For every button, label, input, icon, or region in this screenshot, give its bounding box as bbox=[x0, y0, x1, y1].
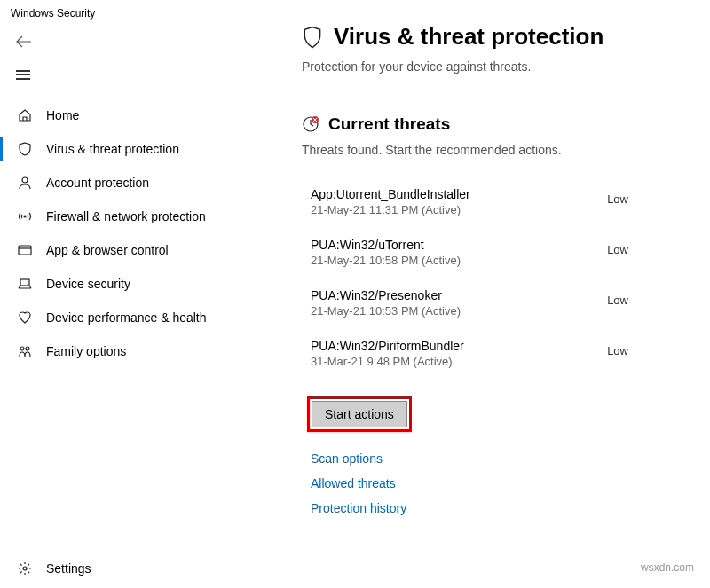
sidebar-item-family[interactable]: Family options bbox=[0, 334, 264, 368]
scan-options-link[interactable]: Scan options bbox=[311, 451, 673, 466]
app-title: Windows Security bbox=[0, 5, 264, 28]
sidebar-item-settings[interactable]: Settings bbox=[0, 549, 264, 588]
threat-item[interactable]: PUA:Win32/Presenoker 21-May-21 10:53 PM … bbox=[311, 288, 673, 318]
gear-icon bbox=[16, 561, 34, 576]
section-title: Current threats bbox=[328, 114, 450, 134]
heart-icon bbox=[16, 310, 34, 325]
svg-point-5 bbox=[26, 347, 29, 350]
sidebar-item-label: Firewall & network protection bbox=[46, 209, 206, 223]
svg-point-4 bbox=[20, 347, 24, 350]
sidebar-item-label: App & browser control bbox=[46, 243, 169, 257]
antenna-icon bbox=[16, 209, 34, 223]
threat-meta: 21-May-21 10:58 PM (Active) bbox=[311, 254, 461, 267]
svg-rect-2 bbox=[19, 246, 31, 255]
highlight-annotation: Start actions bbox=[307, 396, 412, 432]
threat-item[interactable]: App:Utorrent_BundleInstaller 21-May-21 1… bbox=[311, 187, 673, 216]
sidebar-item-label: Device security bbox=[46, 277, 130, 291]
svg-point-1 bbox=[24, 216, 26, 217]
browser-icon bbox=[16, 243, 34, 257]
sidebar-item-firewall[interactable]: Firewall & network protection bbox=[0, 200, 264, 233]
threats-list: App:Utorrent_BundleInstaller 21-May-21 1… bbox=[311, 187, 673, 368]
page-subtitle: Protection for your device against threa… bbox=[302, 59, 673, 74]
threat-name: PUA:Win32/PiriformBundler bbox=[311, 339, 464, 353]
threat-name: PUA:Win32/Presenoker bbox=[311, 288, 461, 302]
threat-severity: Low bbox=[607, 339, 628, 357]
main-content: Virus & threat protection Protection for… bbox=[264, 0, 710, 588]
allowed-threats-link[interactable]: Allowed threats bbox=[311, 476, 673, 490]
person-icon bbox=[16, 176, 34, 190]
threat-item[interactable]: PUA:Win32/uTorrent 21-May-21 10:58 PM (A… bbox=[311, 238, 673, 267]
home-icon bbox=[16, 108, 34, 122]
sidebar-item-label: Home bbox=[46, 108, 79, 122]
svg-point-6 bbox=[23, 567, 27, 570]
shield-icon bbox=[302, 26, 323, 49]
section-subtitle: Threats found. Start the recommended act… bbox=[302, 143, 673, 157]
threat-severity: Low bbox=[607, 238, 628, 256]
sidebar-item-account-protection[interactable]: Account protection bbox=[0, 166, 264, 200]
start-actions-button[interactable]: Start actions bbox=[312, 401, 407, 427]
page-header: Virus & threat protection bbox=[302, 23, 673, 51]
sidebar-item-label: Virus & threat protection bbox=[46, 142, 179, 156]
sidebar-item-label: Settings bbox=[46, 561, 91, 576]
back-button[interactable] bbox=[0, 28, 264, 59]
nav: Home Virus & threat protection Account p… bbox=[0, 98, 264, 550]
watermark: wsxdn.com bbox=[641, 561, 694, 574]
sidebar-item-label: Account protection bbox=[46, 176, 149, 190]
threat-severity: Low bbox=[607, 288, 628, 307]
threat-alert-icon bbox=[302, 115, 320, 133]
page-title: Virus & threat protection bbox=[334, 23, 604, 51]
hamburger-menu[interactable] bbox=[0, 59, 264, 98]
threat-meta: 21-May-21 11:31 PM (Active) bbox=[311, 203, 470, 216]
sidebar-item-device-security[interactable]: Device security bbox=[0, 267, 264, 301]
svg-rect-3 bbox=[20, 279, 29, 286]
threat-item[interactable]: PUA:Win32/PiriformBundler 31-Mar-21 9:48… bbox=[311, 339, 673, 368]
threat-name: PUA:Win32/uTorrent bbox=[311, 238, 461, 252]
shield-icon bbox=[16, 142, 34, 156]
sidebar-item-performance[interactable]: Device performance & health bbox=[0, 301, 264, 334]
sidebar-item-label: Family options bbox=[46, 344, 126, 358]
section-header: Current threats bbox=[302, 114, 673, 134]
threat-severity: Low bbox=[607, 187, 628, 206]
sidebar-item-app-browser[interactable]: App & browser control bbox=[0, 233, 264, 267]
protection-history-link[interactable]: Protection history bbox=[311, 501, 673, 515]
threat-name: App:Utorrent_BundleInstaller bbox=[311, 187, 470, 201]
svg-point-0 bbox=[22, 177, 28, 183]
sidebar-item-virus-protection[interactable]: Virus & threat protection bbox=[0, 132, 264, 166]
family-icon bbox=[16, 344, 34, 358]
threat-meta: 21-May-21 10:53 PM (Active) bbox=[311, 304, 461, 318]
threat-meta: 31-Mar-21 9:48 PM (Active) bbox=[311, 355, 464, 368]
sidebar: Windows Security Home Virus & threat pro… bbox=[0, 0, 264, 588]
sidebar-item-label: Device performance & health bbox=[46, 310, 207, 325]
sidebar-item-home[interactable]: Home bbox=[0, 98, 264, 132]
laptop-icon bbox=[16, 277, 34, 291]
arrow-left-icon bbox=[16, 35, 264, 48]
